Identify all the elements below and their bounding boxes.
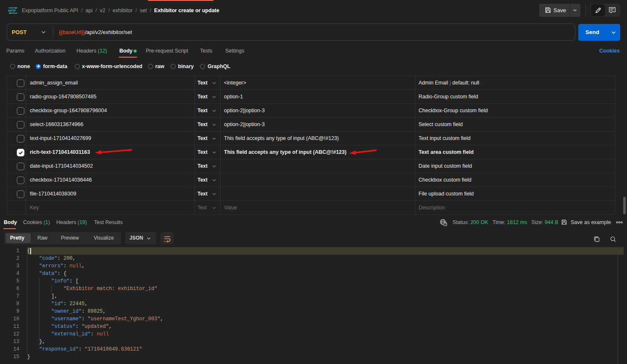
svg-text:HTTP: HTTP: [8, 9, 16, 13]
